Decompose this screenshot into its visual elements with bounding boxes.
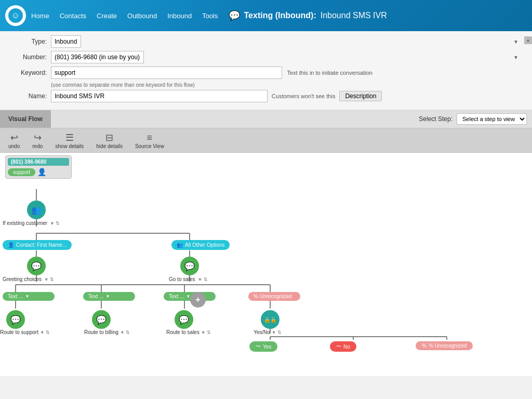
form-area: Type: Inbound ▼ Number: (801) 396-9680 (… [0,31,532,110]
scroll-up-btn[interactable]: ▲ [524,36,532,44]
yes-pill[interactable]: 〜 Yes [249,341,277,352]
goto-sales-label: Go to sales ▼ ⇅ [169,276,208,282]
keyword-hint: (use commas to separate more than one ke… [51,82,522,88]
keyword-input[interactable]: support [51,66,282,79]
show-details-icon: ☰ [65,132,74,143]
start-phone-number: (801) 396-9680 [8,158,69,166]
route-support-label: Route to support ▼ ⇅ [0,329,50,335]
start-circle-node[interactable]: 👥 [27,201,46,219]
all-other-pill[interactable]: 👥 All Other Options [171,240,230,250]
keyword-label: Keyword: [10,69,47,76]
app-name: Texting (Inbound): [244,11,316,20]
source-view-icon: ≡ [147,132,153,143]
all-other-icon: 👥 [177,242,183,248]
undo-icon: ↩ [10,132,18,143]
start-keyword: support [8,168,35,176]
unrecog-pill-top[interactable]: % Unrecognized [248,292,300,301]
texting-icon: 💬 [229,10,240,21]
actions-bar: ↩ undo ↪ redo ☰ show details ⊟ hide deta… [0,129,532,153]
undo-button[interactable]: ↩ undo [4,131,24,150]
nav-home[interactable]: Home [31,12,49,20]
unrecog-pill-bottom[interactable]: % % Unrecognized [416,341,473,350]
nav-inbound[interactable]: Inbound [167,12,192,20]
visual-flow-tab[interactable]: Visual Flow [0,110,51,128]
text-pill-1-label: Text ... [8,294,23,299]
unrecog-bottom-icon: % [422,343,427,349]
keyword-side-text: Text this in to initiate conversation [287,70,373,76]
type-select-arrow: ▼ [513,39,518,45]
number-select-arrow: ▼ [513,55,518,60]
route-sales-circle[interactable]: 💬 [175,310,193,329]
text-pill-3[interactable]: Text ... ▼ [164,292,216,301]
no-icon: 〜 [336,343,341,350]
nav-tools[interactable]: Tools [202,12,218,20]
redo-icon: ↪ [34,132,42,143]
route-sales-label: Route to sales ▼ ⇅ [166,329,211,335]
unrecog-pill-top-label: % Unrecognized [254,294,291,299]
name-row: Name: Inbound SMS IVR Customers won't se… [10,90,522,102]
select-step-area: Select Step: Select a step to view [419,113,532,125]
type-row: Type: Inbound ▼ [10,35,522,48]
no-pill[interactable]: 〜 No [330,341,356,352]
flow-canvas: (801) 396-9680 support 👤 👥 If existing c… [0,153,532,376]
logo: ☺ [5,5,26,26]
nav-create[interactable]: Create [97,12,117,20]
text-pill-2-label: Text ... [88,294,103,299]
start-node-box: (801) 396-9680 support 👤 [5,155,72,179]
name-side-text: Customers won't see this [272,93,336,99]
toolbar: Visual Flow Select Step: Select a step t… [0,110,532,129]
contact-pill-label: Contact: First Name... [16,242,66,248]
route-support-circle[interactable]: 💬 [6,310,25,329]
number-select-wrapper[interactable]: (801) 396-9680 (in use by you) ▼ [51,51,522,63]
text-pill-3-label: Text ... [169,294,184,299]
header-title-area: 💬 Texting (Inbound): Inbound SMS IVR [229,10,387,21]
number-select[interactable]: (801) 396-9680 (in use by you) [51,51,144,63]
number-label: Number: [10,54,47,61]
type-label: Type: [10,38,47,45]
name-label: Name: [10,92,47,100]
all-other-label: All Other Options [185,242,224,248]
if-existing-label: If existing customer ▼ ⇅ [3,220,60,226]
keyword-row: Keyword: support Text this in to initiat… [10,66,522,79]
text-pill-2-arrow: ▼ [105,294,110,299]
text-pill-1-arrow: ▼ [25,294,29,299]
description-button[interactable]: Description [339,91,382,101]
hide-details-button[interactable]: ⊟ hide details [92,131,127,150]
text-pill-3-arrow: ▼ [186,294,190,299]
hide-details-icon: ⊟ [105,132,113,143]
source-view-button[interactable]: ≡ Source View [131,131,168,150]
contact-pill-icon: 👤 [8,242,14,248]
nav-outbound[interactable]: Outbound [127,12,157,20]
contact-pill[interactable]: 👤 Contact: First Name... [3,240,72,250]
person-icon: 👤 [37,168,46,176]
number-row: Number: (801) 396-9680 (in use by you) ▼ [10,51,522,63]
greeting-circle[interactable]: 💬 [27,257,46,275]
add-circle[interactable]: + [190,292,206,308]
greeting-label: Greeting choices ▼ ⇅ [3,276,54,282]
redo-button[interactable]: ↪ redo [28,131,47,150]
select-step-label: Select Step: [419,115,453,123]
yes-icon: 〜 [256,343,261,350]
show-details-button[interactable]: ☰ show details [51,131,88,150]
yes-label: Yes [263,344,271,350]
header: ☺ Home Contacts Create Outbound Inbound … [0,0,532,31]
name-input[interactable]: Inbound SMS IVR [51,90,268,102]
yesno-circle[interactable]: 🔒🔓 [261,310,280,329]
route-billing-label: Route to billing ▼ ⇅ [84,329,130,335]
type-select[interactable]: Inbound [51,35,81,48]
type-select-wrapper[interactable]: Inbound ▼ [51,35,522,48]
flow-name-header: Inbound SMS IVR [321,11,387,20]
no-label: No [343,344,350,350]
route-billing-circle[interactable]: 💬 [92,310,111,329]
unrecog-bottom-label: % Unrecognized [429,343,467,349]
step-select[interactable]: Select a step to view [457,113,527,125]
yesno-label: Yes/No ▼ ⇅ [254,329,282,335]
nav-contacts[interactable]: Contacts [60,12,86,20]
goto-sales-circle[interactable]: 💬 [180,257,199,275]
nav-bar: Home Contacts Create Outbound Inbound To… [31,12,218,20]
text-pill-2[interactable]: Text ... ▼ [83,292,135,301]
text-pill-1[interactable]: Text ... ▼ [3,292,55,301]
